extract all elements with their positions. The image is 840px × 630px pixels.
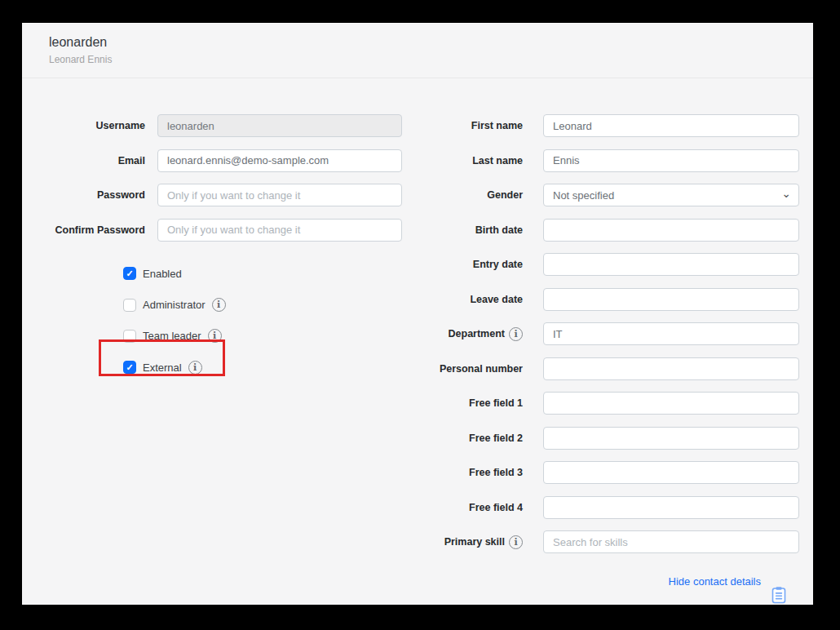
confirm-password-row: Confirm Password	[22, 219, 402, 242]
free-field-4-field[interactable]	[543, 496, 799, 519]
username-row: Username	[22, 114, 402, 137]
free-field-3-row: Free field 3	[392, 461, 799, 484]
free-field-3-label: Free field 3	[392, 467, 523, 478]
page-subtitle: Leonard Ennis	[49, 54, 786, 65]
enabled-checkbox-label: Enabled	[143, 268, 182, 280]
department-row: Department i	[392, 322, 799, 345]
free-field-2-field[interactable]	[543, 427, 799, 450]
external-checkbox-label: External	[143, 362, 182, 374]
role-checkbox-group: ✓ Enabled Administrator i Team leader i …	[123, 258, 226, 384]
primary-skill-label: Primary skill i	[392, 535, 523, 549]
confirm-password-field[interactable]	[157, 219, 402, 242]
administrator-checkbox-label: Administrator	[143, 299, 206, 311]
gender-select[interactable]: ⌄	[543, 184, 799, 206]
birth-date-field[interactable]	[543, 219, 799, 242]
account-form-column: Username Email Password Confirm Password	[22, 114, 402, 253]
free-field-4-row: Free field 4	[392, 496, 799, 519]
last-name-field[interactable]	[543, 149, 799, 172]
last-name-label: Last name	[392, 155, 523, 166]
primary-skill-row: Primary skill i	[392, 530, 799, 553]
free-field-1-field[interactable]	[543, 392, 799, 415]
primary-skill-search-input[interactable]	[543, 530, 799, 553]
enabled-checkbox-row: ✓ Enabled	[123, 258, 226, 289]
email-field[interactable]	[157, 149, 402, 172]
email-row: Email	[22, 149, 402, 172]
external-checkbox-row: ✓ External i	[123, 352, 226, 383]
gender-select-value[interactable]	[543, 184, 799, 206]
entry-date-field[interactable]	[543, 253, 799, 276]
checkmark-icon: ✓	[126, 269, 133, 278]
free-field-1-label: Free field 1	[392, 397, 523, 409]
info-icon[interactable]: i	[509, 535, 523, 549]
username-field[interactable]	[157, 114, 402, 137]
leave-date-label: Leave date	[392, 294, 523, 305]
clipboard-icon[interactable]	[771, 586, 787, 604]
info-icon[interactable]: i	[509, 327, 523, 341]
administrator-checkbox[interactable]	[123, 299, 136, 312]
user-edit-page: leonarden Leonard Ennis Username Email P…	[22, 23, 813, 605]
personal-number-label: Personal number	[392, 363, 523, 375]
entry-date-row: Entry date	[392, 253, 799, 276]
free-field-1-row: Free field 1	[392, 392, 799, 415]
page-header: leonarden Leonard Ennis	[22, 24, 813, 78]
personal-number-row: Personal number	[392, 357, 799, 380]
password-row: Password	[22, 184, 402, 206]
personal-number-field[interactable]	[543, 357, 799, 380]
gender-row: Gender ⌄	[392, 184, 799, 206]
first-name-field[interactable]	[543, 114, 799, 137]
free-field-3-field[interactable]	[543, 461, 799, 484]
confirm-password-label: Confirm Password	[22, 224, 145, 236]
username-label: Username	[22, 120, 145, 131]
team-leader-checkbox[interactable]	[123, 330, 136, 343]
team-leader-checkbox-row: Team leader i	[123, 321, 226, 352]
gender-label: Gender	[392, 189, 523, 201]
hide-contact-details-link[interactable]: Hide contact details	[669, 575, 761, 588]
password-field[interactable]	[157, 184, 402, 206]
info-icon[interactable]: i	[212, 298, 226, 312]
administrator-checkbox-row: Administrator i	[123, 289, 226, 320]
birth-date-label: Birth date	[392, 224, 523, 236]
info-icon[interactable]: i	[188, 361, 202, 375]
birth-date-row: Birth date	[392, 219, 799, 242]
department-label-text: Department	[449, 328, 505, 339]
free-field-2-row: Free field 2	[392, 427, 799, 450]
checkmark-icon: ✓	[126, 363, 133, 372]
external-checkbox[interactable]: ✓	[123, 361, 136, 374]
first-name-row: First name	[392, 114, 799, 137]
first-name-label: First name	[392, 120, 523, 131]
screenshot-frame: leonarden Leonard Ennis Username Email P…	[0, 0, 840, 630]
password-label: Password	[22, 189, 145, 201]
page-title: leonarden	[49, 35, 786, 50]
leave-date-field[interactable]	[543, 288, 799, 311]
free-field-2-label: Free field 2	[392, 433, 523, 444]
profile-form-column: First name Last name Gender ⌄ Birth date…	[392, 114, 799, 566]
last-name-row: Last name	[392, 149, 799, 172]
leave-date-row: Leave date	[392, 288, 799, 311]
primary-skill-label-text: Primary skill	[444, 536, 505, 548]
enabled-checkbox[interactable]: ✓	[123, 267, 136, 280]
department-label: Department i	[392, 327, 523, 341]
entry-date-label: Entry date	[392, 259, 523, 270]
email-label: Email	[22, 155, 145, 166]
free-field-4-label: Free field 4	[392, 502, 523, 513]
info-icon[interactable]: i	[208, 329, 222, 343]
team-leader-checkbox-label: Team leader	[143, 330, 201, 342]
department-field[interactable]	[543, 322, 799, 345]
